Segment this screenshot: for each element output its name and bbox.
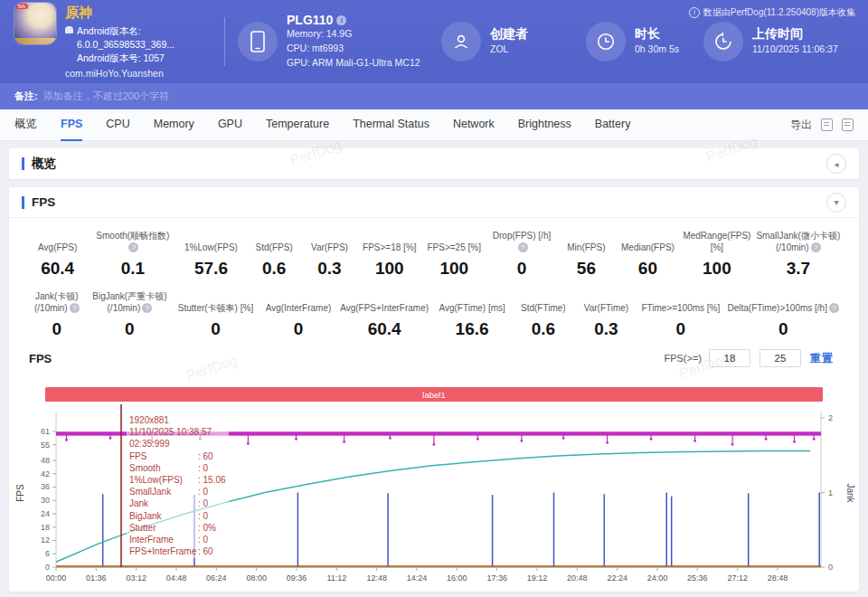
stat-label: Stutter(卡顿率) [%] xyxy=(173,290,259,314)
tab-fps[interactable]: FPS xyxy=(61,109,82,141)
stat-metric: SmallJank(微小卡顿)(/10min)?3.7 xyxy=(754,230,843,279)
tab-thermal-status[interactable]: Thermal Status xyxy=(353,109,429,141)
creator-value: ZOL xyxy=(490,43,528,57)
device-gpu: GPU: ARM Mali-G1-Ultra MC12 xyxy=(287,56,420,71)
svg-text:06:24: 06:24 xyxy=(206,573,227,583)
fps-section-title: FPS xyxy=(32,195,55,209)
app-version-code: Android版本号: 1057 xyxy=(77,52,165,63)
stat-label: Std(FPS) xyxy=(249,230,300,253)
stat-value: 0.3 xyxy=(304,259,355,279)
stat-metric: Avg(FPS+InterFrame)60.4 xyxy=(336,290,432,339)
stat-label: SmallJank(微小卡顿)(/10min)? xyxy=(756,230,841,253)
stat-label: FPS>=25 [%] xyxy=(424,230,485,253)
stat-value: 0 xyxy=(262,319,335,339)
stat-label: Median(FPS) xyxy=(618,230,678,253)
tab-memory[interactable]: Memory xyxy=(154,109,194,141)
device-info-icon[interactable]: i xyxy=(336,15,346,25)
tab-brightness[interactable]: Brightness xyxy=(518,109,571,141)
android-icon xyxy=(65,26,73,33)
overview-collapse-button[interactable]: ◂ xyxy=(826,154,846,174)
fps-chart-svg[interactable]: label106121824303642485561FPS012Jank00:0… xyxy=(9,372,859,591)
stat-value: 0 xyxy=(639,319,722,339)
help-icon[interactable]: ? xyxy=(70,303,80,313)
app-package: com.miHoYo.Yuanshen xyxy=(65,67,221,81)
tab-temperature[interactable]: Temperature xyxy=(266,109,329,141)
stat-value: 100 xyxy=(682,259,752,279)
device-cpu: CPU: mt6993 xyxy=(287,42,420,56)
svg-text:00:00: 00:00 xyxy=(46,573,67,583)
stat-metric: Smooth(顺畅指数)?0.1 xyxy=(90,230,175,279)
history-clock-icon xyxy=(703,22,743,62)
section-accent xyxy=(22,157,24,170)
stat-value: 60 xyxy=(618,259,678,279)
fps-threshold-label: FPS(>=) xyxy=(664,353,702,364)
svg-text:14:24: 14:24 xyxy=(407,573,428,583)
stat-label: Avg(InterFrame) xyxy=(262,290,335,314)
header: i 数据由PerfDog(11.2.250408)版本收集 5th 原神 And… xyxy=(0,0,868,83)
svg-text:61: 61 xyxy=(41,427,50,436)
stat-label: BigJank(严重卡顿)(/10min)? xyxy=(90,290,170,314)
help-icon[interactable]: ? xyxy=(128,242,138,252)
reset-button[interactable]: 重置 xyxy=(810,351,834,366)
report-icon[interactable] xyxy=(842,118,854,131)
stat-label: Avg(FPS+InterFrame) xyxy=(338,290,430,314)
svg-text:11:12: 11:12 xyxy=(326,573,346,583)
remarks-placeholder: 添加备注，不超过200个字符 xyxy=(43,90,169,103)
svg-text:24: 24 xyxy=(41,509,50,518)
stat-label: Min(FPS) xyxy=(559,230,614,253)
help-icon[interactable]: ? xyxy=(811,242,821,252)
help-icon[interactable]: ? xyxy=(518,242,528,252)
svg-text:04:48: 04:48 xyxy=(166,573,187,583)
fps-chart[interactable]: label106121824303642485561FPS012Jank00:0… xyxy=(9,372,859,592)
stat-metric: Median(FPS)60 xyxy=(616,230,680,279)
stat-value: 100 xyxy=(359,259,420,279)
overview-section-title: 概览 xyxy=(32,156,56,172)
stat-metric: Avg(FPS)60.4 xyxy=(25,230,90,279)
stat-value: 0 xyxy=(27,319,87,339)
svg-text:09:36: 09:36 xyxy=(287,573,307,583)
stat-value: 0 xyxy=(488,259,555,279)
stat-value: 56 xyxy=(559,259,614,279)
stat-label: Avg(FPS) xyxy=(27,230,88,253)
svg-text:55: 55 xyxy=(41,441,50,450)
fps-chart-title: FPS xyxy=(29,352,52,365)
fps-stats-row-1: Avg(FPS)60.4Smooth(顺畅指数)?0.11%Low(FPS)57… xyxy=(9,230,859,279)
fps-threshold-input-1[interactable] xyxy=(709,349,750,367)
creator-label: 创建者 xyxy=(490,26,528,43)
stat-metric: MedRange(FPS)[%]100 xyxy=(680,230,754,279)
remarks-label: 备注: xyxy=(14,90,38,103)
remarks-bar[interactable]: 备注: 添加备注，不超过200个字符 xyxy=(0,83,868,109)
duration-label: 时长 xyxy=(635,26,679,43)
svg-text:0: 0 xyxy=(828,563,833,572)
duration-value: 0h 30m 5s xyxy=(635,43,679,57)
stat-value: 0.3 xyxy=(577,319,637,339)
export-icon[interactable] xyxy=(821,118,833,131)
svg-text:42: 42 xyxy=(41,469,50,479)
stat-value: 0.6 xyxy=(514,319,573,339)
export-button[interactable]: 导出 xyxy=(790,118,812,133)
svg-text:16:00: 16:00 xyxy=(447,573,467,583)
svg-text:08:00: 08:00 xyxy=(246,573,267,583)
upload-block: 上传时间 11/10/2025 11:06:37 xyxy=(703,22,838,62)
tab-network[interactable]: Network xyxy=(453,109,495,141)
tab-概览[interactable]: 概览 xyxy=(14,109,37,141)
tab-gpu[interactable]: GPU xyxy=(218,109,242,141)
tab-battery[interactable]: Battery xyxy=(595,109,631,141)
fps-collapse-button[interactable]: ▾ xyxy=(826,193,846,213)
device-memory: Memory: 14.9G xyxy=(287,27,420,42)
help-icon[interactable]: ? xyxy=(829,303,839,313)
help-icon[interactable]: ? xyxy=(142,303,152,313)
stat-metric: FPS>=25 [%]100 xyxy=(422,230,486,279)
fps-threshold-input-2[interactable] xyxy=(760,349,801,367)
stat-label: FPS>=18 [%] xyxy=(359,230,420,253)
svg-text:17:36: 17:36 xyxy=(486,573,507,583)
tab-bar: 概览FPSCPUMemoryGPUTemperatureThermal Stat… xyxy=(0,109,868,141)
tab-cpu[interactable]: CPU xyxy=(106,109,129,141)
stat-metric: Stutter(卡顿率) [%]0 xyxy=(171,290,260,339)
fps-section: FPS ▾ Avg(FPS)60.4Smooth(顺畅指数)?0.11%Low(… xyxy=(9,187,859,592)
svg-text:48: 48 xyxy=(41,456,50,465)
device-name: PLG110 xyxy=(287,13,333,27)
svg-text:12: 12 xyxy=(41,535,50,545)
stat-value: 0 xyxy=(173,319,259,339)
stat-metric: Var(FPS)0.3 xyxy=(302,230,357,279)
